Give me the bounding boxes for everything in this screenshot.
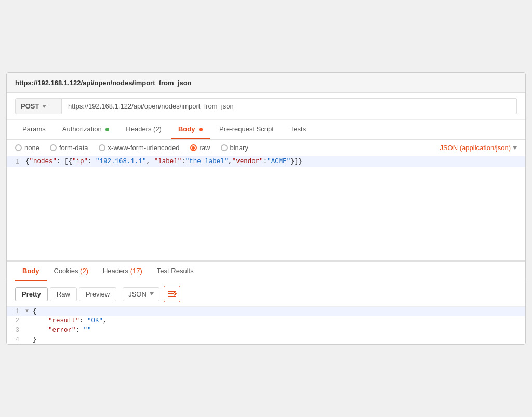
tab-authorization[interactable]: Authorization bbox=[55, 120, 117, 139]
method-label: POST bbox=[21, 102, 39, 110]
resp-line-3: 3 "error": "" bbox=[7, 326, 525, 335]
response-tabs-row: Body Cookies (2) Headers (17) Test Resul… bbox=[7, 262, 525, 281]
resp-line-4: 4 } bbox=[7, 335, 525, 344]
resp-line-2: 2 "result": "OK", bbox=[7, 316, 525, 326]
request-tabs-row: Params Authorization Headers (2) Body Pr… bbox=[7, 120, 525, 140]
code-editor[interactable]: 1 {"nodes": [{"ip": "192.168.1.1", "labe… bbox=[7, 156, 525, 260]
wrap-button[interactable] bbox=[164, 286, 180, 302]
radio-form-data[interactable]: form-data bbox=[50, 144, 88, 152]
response-tab-test-results[interactable]: Test Results bbox=[150, 262, 201, 281]
radio-form-data-circle bbox=[50, 144, 57, 151]
tab-headers[interactable]: Headers (2) bbox=[118, 120, 169, 139]
radio-none[interactable]: none bbox=[15, 144, 39, 152]
resp-line-1: 1 ▼ { bbox=[7, 307, 525, 316]
tab-tests[interactable]: Tests bbox=[283, 120, 313, 139]
response-toolbar: Pretty Raw Preview JSON bbox=[7, 281, 525, 307]
json-type-chevron bbox=[513, 146, 517, 150]
json-type-select[interactable]: JSON (application/json) bbox=[440, 144, 517, 152]
tab-body[interactable]: Body bbox=[171, 120, 210, 139]
response-body: 1 ▼ { 2 "result": "OK", 3 "error": "" 4 … bbox=[7, 307, 525, 344]
response-tab-headers[interactable]: Headers (17) bbox=[96, 262, 150, 281]
radio-binary[interactable]: binary bbox=[221, 144, 248, 152]
radio-binary-circle bbox=[221, 144, 228, 151]
wrap-icon bbox=[167, 290, 177, 298]
tab-params[interactable]: Params bbox=[15, 120, 53, 139]
method-dropdown-icon bbox=[42, 105, 46, 108]
title-url: https://192.168.1.122/api/open/nodes/imp… bbox=[15, 79, 192, 87]
code-line-1: 1 {"nodes": [{"ip": "192.168.1.1", "labe… bbox=[7, 156, 525, 167]
request-row: POST bbox=[7, 93, 525, 120]
body-options-row: none form-data x-www-form-urlencoded raw… bbox=[7, 140, 525, 156]
code-content-1: {"nodes": [{"ip": "192.168.1.1", "label"… bbox=[25, 158, 525, 165]
radio-urlencoded-circle bbox=[99, 144, 105, 151]
response-tab-cookies[interactable]: Cookies (2) bbox=[47, 262, 96, 281]
format-chevron-icon bbox=[150, 292, 154, 295]
tab-pre-request[interactable]: Pre-request Script bbox=[212, 120, 281, 139]
pretty-button[interactable]: Pretty bbox=[15, 287, 48, 301]
url-input[interactable] bbox=[62, 98, 517, 114]
body-dot bbox=[199, 128, 203, 131]
postman-window: https://192.168.1.122/api/open/nodes/imp… bbox=[6, 72, 526, 345]
format-select[interactable]: JSON bbox=[123, 287, 159, 301]
response-section: Body Cookies (2) Headers (17) Test Resul… bbox=[7, 260, 525, 344]
title-bar: https://192.168.1.122/api/open/nodes/imp… bbox=[7, 73, 525, 93]
authorization-dot bbox=[105, 128, 109, 131]
radio-raw[interactable]: raw bbox=[190, 144, 210, 152]
radio-raw-circle bbox=[190, 144, 197, 151]
method-select[interactable]: POST bbox=[15, 98, 62, 114]
radio-none-circle bbox=[15, 144, 22, 151]
raw-button[interactable]: Raw bbox=[50, 287, 77, 301]
line-num-1: 1 bbox=[7, 158, 25, 166]
radio-urlencoded[interactable]: x-www-form-urlencoded bbox=[99, 144, 180, 152]
response-tab-body[interactable]: Body bbox=[15, 262, 47, 281]
preview-button[interactable]: Preview bbox=[79, 287, 116, 301]
